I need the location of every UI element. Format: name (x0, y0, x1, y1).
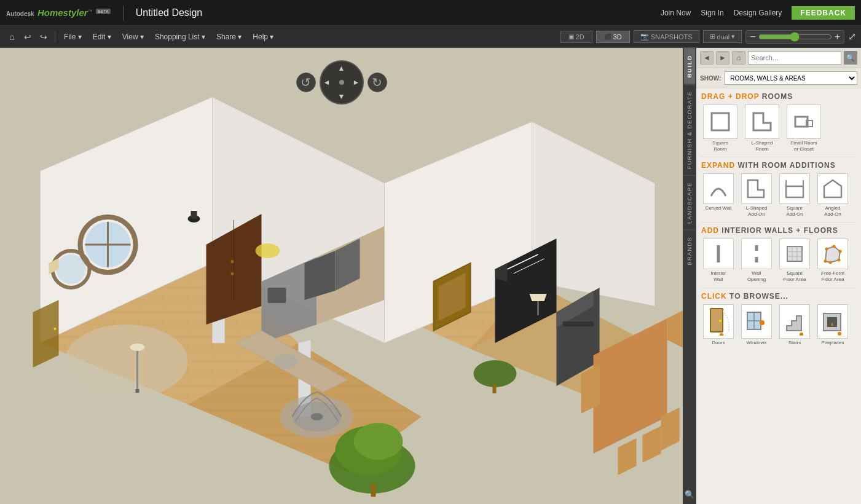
stairs-item[interactable]: Stairs (777, 304, 812, 346)
view-3d-icon: ⬛ (604, 33, 611, 40)
view-menu[interactable]: View ▾ (117, 30, 149, 44)
l-shaped-addon-icon (741, 173, 772, 204)
section-expand: EXPAND WITH ROOM ADDITIONS (696, 157, 861, 171)
zoom-out-button[interactable]: − (750, 32, 755, 42)
l-shaped-room-label: L-ShapedRoom (752, 140, 773, 152)
tab-search[interactable]: 🔍 (682, 485, 697, 504)
interior-wall-item[interactable]: InteriorWall (701, 238, 736, 282)
sign-in-link[interactable]: Sign In (701, 9, 723, 17)
windows-item[interactable]: Windows (739, 304, 774, 346)
tab-brands[interactable]: BRANDS (684, 230, 695, 272)
l-shaped-addon-item[interactable]: L-ShapedAdd-On (739, 173, 774, 217)
svg-point-23 (57, 254, 86, 284)
square-floor-item[interactable]: SquareFloor Area (777, 238, 812, 282)
section1-title: DRAG + DROP ROOMS (701, 92, 856, 101)
logo-area: Autodesk Homestyler™ BETA Untitled Desig… (6, 6, 202, 20)
view-2d-button[interactable]: ▣ 2D (560, 31, 592, 43)
nav-up-button[interactable]: ▲ (338, 64, 345, 73)
small-room-label: Small Roomor Closet (790, 140, 817, 152)
freeform-floor-icon (817, 238, 848, 269)
rotate-right-button[interactable]: ↻ (368, 73, 387, 92)
panel-back-button[interactable]: ◄ (700, 51, 714, 65)
doors-item[interactable]: Doors (701, 304, 736, 346)
svg-marker-78 (824, 180, 841, 197)
nav-left-button[interactable]: ◄ (323, 78, 331, 87)
dual-button[interactable]: ⊞ dual ▾ (703, 30, 742, 43)
wall-opening-item[interactable]: WallOpening (739, 238, 774, 282)
svg-marker-101 (787, 316, 801, 331)
design-gallery-link[interactable]: Design Gallery (734, 9, 782, 17)
tab-landscape[interactable]: LANDSCAPE (684, 175, 695, 230)
home-button[interactable]: ⌂ (5, 29, 19, 44)
small-room-item[interactable]: Small Roomor Closet (785, 104, 823, 152)
svg-rect-46 (563, 321, 594, 326)
interior-wall-label: InteriorWall (711, 270, 726, 282)
svg-point-39 (311, 413, 323, 420)
add-rest: INTERIOR WALLS + FLOORS (721, 226, 838, 235)
zoom-controls: − + (745, 30, 844, 44)
fireplaces-item[interactable]: Fireplaces (816, 304, 850, 346)
share-menu[interactable]: Share ▾ (211, 30, 246, 44)
svg-point-36 (274, 354, 299, 369)
panel-forward-button[interactable]: ► (716, 51, 729, 65)
panel-search-input[interactable] (748, 51, 841, 65)
layers-icon: ⊞ (710, 33, 715, 41)
join-now-link[interactable]: Join Now (661, 9, 691, 17)
click-highlight: CLICK (701, 292, 727, 301)
svg-point-66 (130, 344, 145, 351)
section-drag-rooms: DRAG + DROP ROOMS (696, 89, 861, 102)
l-shaped-addon-label: L-ShapedAdd-On (746, 205, 768, 217)
show-row: SHOW: ROOMS, WALLS & AREAS ROOMS ONLY AL… (696, 68, 861, 89)
add-highlight: ADD (701, 226, 719, 235)
snapshots-button[interactable]: 📷 SNAPSHOTS (634, 30, 699, 43)
rotate-left-button[interactable]: ↺ (296, 73, 316, 92)
fireplaces-label: Fireplaces (822, 340, 844, 346)
zoom-in-button[interactable]: + (835, 32, 840, 42)
svg-marker-24 (33, 300, 59, 368)
svg-rect-31 (268, 288, 286, 303)
autodesk-logo: Autodesk Homestyler™ BETA (6, 7, 111, 18)
nav-down-button[interactable]: ▼ (338, 92, 345, 101)
feedback-button[interactable]: FEEDBACK (792, 6, 855, 20)
edit-menu[interactable]: Edit ▾ (88, 30, 116, 44)
curved-wall-item[interactable]: Curved Wall (701, 173, 736, 217)
view-3d-button[interactable]: ⬛ 3D (596, 31, 630, 43)
stairs-icon (779, 304, 810, 339)
zoom-slider[interactable] (758, 32, 832, 42)
tab-furnish[interactable]: FURNISH & DECORATE (684, 84, 695, 175)
freeform-floor-item[interactable]: Free-FormFloor Area (816, 238, 850, 282)
view-2d-label: 2D (576, 33, 584, 41)
shopping-list-menu[interactable]: Shopping List ▾ (150, 30, 210, 44)
undo-button[interactable]: ↩ (20, 30, 35, 44)
tab-build[interactable]: BUILD (684, 48, 695, 84)
square-addon-item[interactable]: SquareAdd-On (777, 173, 812, 217)
panel-home-button[interactable]: ⌂ (732, 51, 745, 65)
rooms-grid: SquareRoom L-ShapedRoom (696, 102, 861, 157)
drag-highlight: DRAG + DROP (701, 92, 759, 101)
square-room-label: SquareRoom (712, 140, 728, 152)
angled-addon-item[interactable]: AngledAdd-On (816, 173, 850, 217)
fullscreen-button[interactable]: ⤢ (848, 31, 856, 42)
doors-icon (703, 304, 734, 339)
svg-point-95 (719, 320, 721, 322)
svg-rect-64 (493, 384, 497, 393)
angled-addon-icon (817, 173, 848, 204)
section-walls: ADD INTERIOR WALLS + FLOORS (696, 222, 861, 236)
show-dropdown[interactable]: ROOMS, WALLS & AREAS ROOMS ONLY ALL (725, 71, 857, 85)
top-bar: Autodesk Homestyler™ BETA Untitled Desig… (0, 0, 861, 26)
square-floor-icon (779, 238, 810, 269)
svg-point-105 (800, 333, 803, 336)
panel-search-button[interactable]: 🔍 (844, 51, 857, 65)
section4-title: CLICK TO BROWSE... (701, 292, 856, 301)
main-layout: ↺ ▲ ▼ ◄ ► ↻ (0, 48, 861, 504)
angled-addon-label: AngledAdd-On (824, 205, 841, 217)
nav-right-button[interactable]: ► (353, 78, 360, 87)
file-menu[interactable]: File ▾ (59, 30, 87, 44)
canvas-area[interactable]: ↺ ▲ ▼ ◄ ► ↻ (0, 48, 683, 504)
redo-button[interactable]: ↪ (36, 30, 51, 44)
l-shaped-room-item[interactable]: L-ShapedRoom (743, 104, 781, 152)
svg-rect-61 (191, 211, 197, 219)
help-menu[interactable]: Help ▾ (248, 30, 278, 44)
svg-marker-49 (667, 309, 683, 349)
square-room-item[interactable]: SquareRoom (701, 104, 739, 152)
